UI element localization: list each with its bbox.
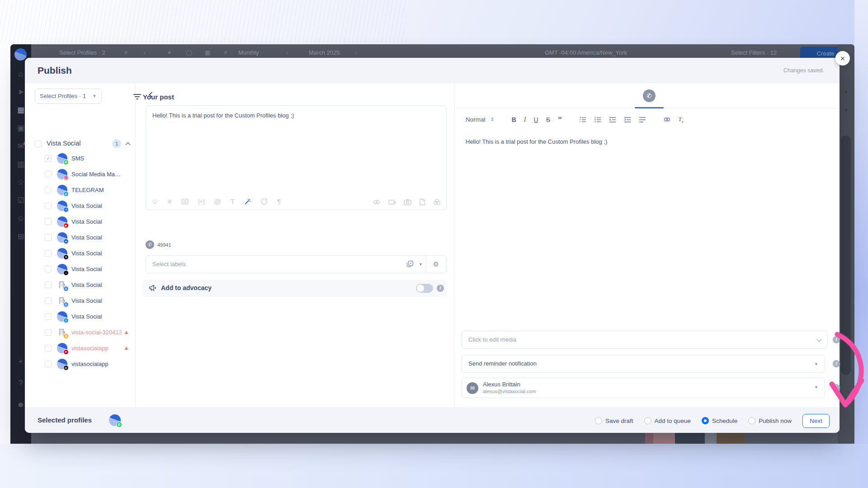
profile-checkbox[interactable]: [45, 282, 52, 288]
post-text[interactable]: Hello! This is a trial post for the Cust…: [152, 111, 437, 120]
radio-icon[interactable]: [595, 417, 602, 424]
info-icon[interactable]: i: [833, 336, 840, 343]
radio-icon[interactable]: [644, 417, 651, 424]
variable-icon[interactable]: {+}: [198, 197, 205, 206]
preview-post-text[interactable]: Hello! This is a trial post for the Cust…: [466, 138, 782, 145]
profile-row[interactable]: tVista Social: [25, 309, 136, 325]
reminder-select[interactable]: Send reminder notification ▼: [462, 355, 825, 373]
mention-icon[interactable]: @: [214, 197, 221, 206]
ordered-list-icon[interactable]: [579, 117, 586, 123]
profile-row[interactable]: ♪Vista Social: [25, 262, 136, 277]
profile-checkbox[interactable]: [45, 187, 52, 193]
ai-assistant-icon[interactable]: [244, 198, 251, 205]
copy-labels-icon[interactable]: [406, 260, 414, 267]
labels-input[interactable]: Select labels ▼ ⚙: [146, 255, 447, 273]
close-button[interactable]: ×: [835, 51, 850, 66]
profile-group-row[interactable]: Vista Social 1: [25, 136, 136, 152]
profile-checkbox[interactable]: [45, 361, 52, 367]
outdent-icon[interactable]: [609, 117, 616, 123]
profile-label: vistasocialapp: [71, 345, 108, 352]
snippet-icon[interactable]: [181, 198, 189, 205]
scroll-down-icon[interactable]: ▼: [838, 108, 854, 113]
profile-checkbox[interactable]: [45, 250, 52, 257]
media-toolbar: [373, 198, 441, 206]
link-icon[interactable]: [373, 199, 381, 206]
profile-checkbox[interactable]: [45, 234, 52, 241]
edit-media-field[interactable]: Click to edit media: [462, 331, 828, 349]
blockquote-icon[interactable]: ”: [558, 117, 562, 122]
select-profiles-dropdown[interactable]: Select Profiles · 1 ▼: [35, 89, 102, 104]
profile-checkbox[interactable]: [45, 313, 52, 320]
publish-option-save-draft[interactable]: Save draft: [595, 417, 633, 424]
radio-icon[interactable]: [702, 417, 709, 424]
publish-option-add-to-queue[interactable]: Add to queue: [644, 417, 691, 424]
scroll-up-icon[interactable]: ▲: [838, 89, 854, 94]
profile-row[interactable]: ✓✆SMS: [25, 151, 136, 167]
chevron-down-icon[interactable]: ▼: [419, 262, 423, 267]
vista-avatar: P: [57, 343, 67, 353]
scrollbar-thumb[interactable]: [841, 136, 851, 375]
advocacy-toggle[interactable]: [416, 284, 433, 293]
link-icon[interactable]: [663, 116, 671, 123]
profile-checkbox[interactable]: [45, 266, 52, 272]
group-checkbox[interactable]: [35, 141, 42, 147]
post-editor[interactable]: Hello! This is a trial post for the Cust…: [146, 105, 447, 210]
media-library-icon[interactable]: [433, 198, 441, 206]
indent-icon[interactable]: [624, 117, 631, 123]
info-icon[interactable]: i: [437, 285, 444, 292]
italic-icon[interactable]: I: [524, 116, 526, 123]
profile-row[interactable]: inVista Social: [25, 230, 136, 246]
profile-row[interactable]: @vistasocialapp: [25, 357, 136, 372]
profile-row[interactable]: GVista Social: [25, 277, 136, 293]
info-icon[interactable]: i: [833, 384, 840, 391]
bullet-list-icon[interactable]: [594, 117, 601, 123]
shield-icon[interactable]: [261, 198, 268, 205]
profile-label: vista-social-320412: [71, 329, 122, 336]
hashtag-icon[interactable]: #: [168, 197, 171, 206]
profile-checkbox[interactable]: ✓: [45, 155, 52, 162]
bold-icon[interactable]: B: [512, 116, 516, 123]
radio-icon[interactable]: [748, 417, 755, 424]
video-icon[interactable]: [388, 199, 396, 206]
paragraph-icon[interactable]: ¶: [277, 197, 281, 206]
sms-tab-icon[interactable]: ✆: [643, 89, 656, 102]
approver-select[interactable]: ✉ Alexus Brittain alexus@vistasocial.com…: [462, 378, 825, 398]
profile-row[interactable]: Social Media Managem...: [25, 167, 136, 183]
chevron-up-icon[interactable]: [125, 142, 130, 147]
format-select[interactable]: Normal: [466, 116, 486, 123]
profile-checkbox[interactable]: [45, 297, 52, 304]
emoji-icon[interactable]: ☺: [151, 197, 158, 206]
publish-option-publish-now[interactable]: Publish now: [748, 417, 792, 424]
profile-checkbox[interactable]: [45, 329, 52, 336]
strikethrough-icon[interactable]: S: [546, 116, 550, 123]
align-icon[interactable]: [639, 117, 646, 123]
screen: Select Profiles · 2 ≡ ‹ ✦ ◯ ▦ ≡ Monthly …: [0, 0, 868, 488]
profile-row[interactable]: ➤TELEGRAM: [25, 183, 136, 198]
text-style-icon[interactable]: T: [231, 197, 235, 206]
profile-label: Vista Social: [71, 313, 102, 320]
profile-label: Vista Social: [71, 218, 102, 225]
profile-row[interactable]: ▶Vista Social: [25, 214, 136, 230]
bg-monthly: Monthly: [238, 49, 259, 56]
next-button[interactable]: Next: [802, 414, 830, 428]
approver-email: alexus@vistasocial.com: [483, 389, 536, 394]
page-scrollbar[interactable]: ▲ ▼: [838, 44, 854, 444]
publish-modal: Publish Changes saved. Select Profiles ·…: [25, 58, 840, 433]
profile-row[interactable]: GVista Social: [25, 293, 136, 309]
camera-icon[interactable]: [404, 199, 411, 206]
profile-row[interactable]: fVista Social: [25, 198, 136, 214]
profile-checkbox[interactable]: [45, 202, 52, 209]
underline-icon[interactable]: U: [534, 116, 538, 123]
profile-checkbox[interactable]: [45, 218, 52, 225]
document-icon[interactable]: [419, 198, 425, 206]
profile-checkbox[interactable]: [45, 171, 52, 178]
profile-checkbox[interactable]: [45, 345, 52, 352]
profile-row[interactable]: Pvistasocialapp▲: [25, 341, 136, 357]
telegram-badge-icon: ➤: [63, 191, 69, 197]
clear-format-icon[interactable]: Tx: [679, 116, 684, 124]
info-icon[interactable]: i: [833, 360, 840, 367]
profile-row[interactable]: XVista Social: [25, 246, 136, 262]
profile-row[interactable]: ▮vista-social-320412▲: [25, 325, 136, 341]
publish-option-schedule[interactable]: Schedule: [702, 417, 737, 424]
gear-icon[interactable]: ⚙: [433, 260, 439, 268]
